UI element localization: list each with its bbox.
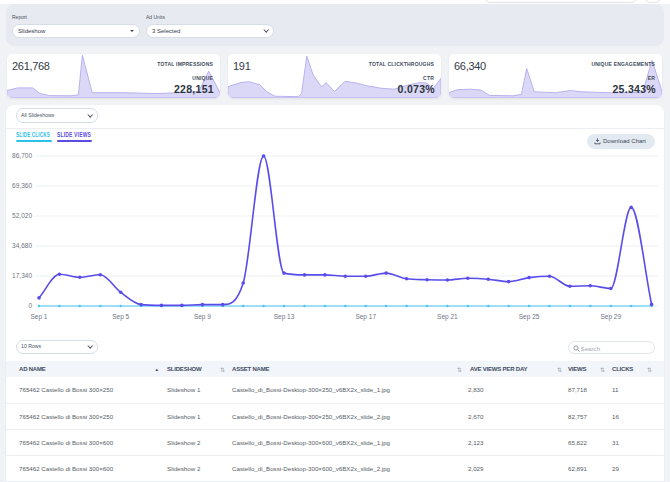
svg-text:34,680: 34,680 xyxy=(12,242,32,249)
svg-text:Sep 1: Sep 1 xyxy=(31,313,48,321)
svg-text:69,360: 69,360 xyxy=(12,182,32,189)
svg-text:17,340: 17,340 xyxy=(12,272,32,279)
svg-text:Sep 29: Sep 29 xyxy=(600,313,621,321)
svg-text:Sep 9: Sep 9 xyxy=(194,313,211,321)
svg-text:0: 0 xyxy=(28,302,32,309)
svg-text:52,020: 52,020 xyxy=(12,212,32,219)
svg-text:Sep 5: Sep 5 xyxy=(112,313,129,321)
svg-text:Sep 25: Sep 25 xyxy=(519,313,540,321)
svg-text:Sep 17: Sep 17 xyxy=(355,313,376,321)
svg-text:Sep 21: Sep 21 xyxy=(437,313,458,321)
svg-text:86,700: 86,700 xyxy=(12,152,32,159)
svg-text:Sep 13: Sep 13 xyxy=(274,313,295,321)
